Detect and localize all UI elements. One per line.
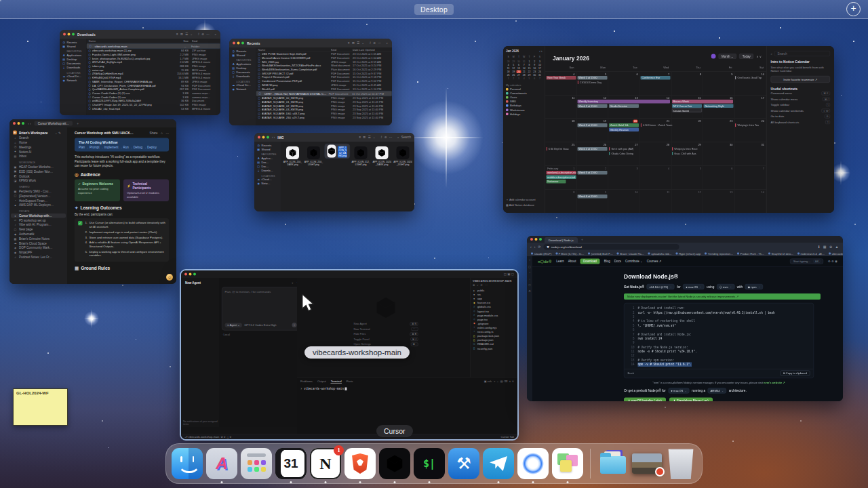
sidebar-item[interactable]: ◪KPMG Work bbox=[9, 178, 67, 183]
calendar-event[interactable]: 4:30 Dinner · Zurich Team bbox=[641, 123, 674, 127]
add-calendar-account[interactable]: ＋ Add calendar account bbox=[506, 198, 536, 202]
mini-day[interactable]: 20 bbox=[516, 70, 521, 74]
bookmark-item[interactable]: F More (6,735) - In… bbox=[555, 252, 584, 256]
mini-day[interactable]: 1 bbox=[506, 77, 511, 81]
terminal-prompt[interactable]: › vibecards-workshop-main bbox=[300, 387, 514, 390]
calendar-event[interactable]: Weekly Reunion bbox=[609, 128, 639, 132]
calendar-event[interactable]: Networking Night bbox=[703, 104, 733, 108]
calendar-event[interactable]: Week 2 at 13:00 bbox=[577, 104, 607, 108]
view-select[interactable]: Month ⌄ bbox=[719, 54, 737, 59]
sidebar-item[interactable]: ▢New page bbox=[9, 227, 67, 232]
calendar-event[interactable]: OneTeam's Grad Trip bbox=[735, 76, 763, 80]
bookmark-item[interactable]: Claude (WCP) bbox=[531, 252, 551, 256]
announcement-banner[interactable]: Make new deployments easier! Get the lat… bbox=[624, 293, 821, 300]
mini-day[interactable]: 6 bbox=[532, 77, 537, 81]
mini-day[interactable]: 7 bbox=[521, 64, 526, 67]
prev-next-buttons[interactable]: ∧ ∨ bbox=[756, 55, 762, 58]
mini-day[interactable]: 28 bbox=[521, 74, 526, 77]
nav-arrows[interactable]: ‹ › bbox=[28, 121, 31, 125]
sidebar-item[interactable]: ▲AWS DAP ML Deploym… bbox=[9, 203, 67, 207]
mini-day[interactable]: 3 bbox=[516, 77, 521, 81]
dock-siri-icon[interactable] bbox=[517, 448, 549, 479]
node-nav-link[interactable]: Blog bbox=[604, 260, 610, 263]
calendar-event[interactable]: Conference Eve bbox=[641, 76, 671, 80]
mini-day[interactable]: 6 bbox=[516, 64, 521, 67]
calendar-event[interactable]: Week 6 at 13:00 bbox=[577, 195, 607, 199]
mini-day[interactable]: 22 bbox=[527, 70, 532, 74]
calendar-event[interactable]: Weekly Inventory bbox=[577, 100, 670, 104]
mini-day[interactable]: 5 bbox=[527, 77, 532, 81]
sidebar-item[interactable]: ▩Brian's Grimoire Notes bbox=[9, 237, 67, 241]
sidebar-item[interactable]: ☁Brian's Cloud Space bbox=[9, 241, 67, 246]
sidebar-item[interactable]: ▤Inbox bbox=[9, 154, 67, 159]
share-button[interactable]: Share bbox=[149, 131, 157, 134]
mini-day[interactable]: 15 bbox=[527, 67, 532, 70]
mini-day[interactable]: 17 bbox=[537, 67, 542, 70]
node-nav-link[interactable]: Learn bbox=[556, 260, 564, 263]
nvm-website-link[interactable]: nvm's website ↗ bbox=[764, 381, 785, 384]
mini-day[interactable]: 30 bbox=[516, 60, 521, 64]
sidebar-item[interactable]: ✦Notion AI bbox=[9, 149, 67, 154]
mini-day[interactable]: 3 bbox=[537, 60, 542, 64]
add-space-button[interactable]: + bbox=[846, 2, 861, 16]
bookmark-item[interactable]: uploads/kv-rdd… bbox=[648, 252, 672, 256]
mini-day[interactable]: 8 bbox=[527, 64, 532, 67]
calendar-event[interactable]: CS1010 Demo Day bbox=[577, 81, 603, 85]
mini-day[interactable]: 25 bbox=[506, 74, 511, 77]
calendar-event[interactable]: Studio Session bbox=[609, 104, 639, 108]
mini-day[interactable]: 27 bbox=[516, 74, 521, 77]
agent-mode-pill[interactable]: ∞ Agent ⌄ bbox=[225, 323, 243, 327]
mini-day[interactable]: 31 bbox=[537, 74, 542, 77]
mini-day[interactable]: 30 bbox=[532, 74, 537, 77]
mini-day[interactable]: 19 bbox=[511, 70, 516, 74]
mini-day[interactable]: 4 bbox=[521, 77, 526, 81]
sidebar-item[interactable]: ♫Podcast Notes: Lex Fr… bbox=[9, 255, 67, 260]
mini-day[interactable]: 29 bbox=[527, 74, 532, 77]
calendar-event[interactable]: Week 4 at 13:00 bbox=[577, 147, 607, 151]
invite-teammate-button[interactable]: Invite favorite teammate ↗ bbox=[771, 76, 831, 83]
sidebar-item[interactable]: ◷Meetings bbox=[9, 145, 67, 150]
agent-input[interactable]: Plan, @ to mention, / for commands ∞ Age… bbox=[222, 287, 300, 331]
os-select[interactable]: ● macOS⌄ bbox=[683, 284, 704, 289]
calendar-event[interactable]: Weiying's Intro Rece bbox=[672, 147, 699, 151]
window-finder-downloads[interactable]: Downloads ≡ ⊞ ☰ ⌄ ⤴ ⊘ ⋯ ⌕ ◷Recents▦Share… bbox=[60, 30, 220, 115]
file-tile[interactable]: APP_ICON_512_DARK.png bbox=[324, 144, 350, 159]
bookmark-item[interactable]: SnapVid UI desi… bbox=[768, 252, 793, 256]
calendar-event[interactable]: Notioneer bbox=[546, 180, 566, 184]
panel-tab[interactable]: Ports bbox=[347, 380, 353, 384]
tree-item[interactable]: {}tsconfig.json bbox=[473, 346, 515, 350]
copy-button[interactable]: ⧉ Copy to clipboard bbox=[780, 370, 810, 375]
mini-day[interactable]: 5 bbox=[511, 64, 516, 67]
mini-day[interactable]: 2 bbox=[511, 77, 516, 81]
search-input[interactable]: Search bbox=[774, 51, 830, 56]
manager-select[interactable]: ⬡ nvm⌄ bbox=[717, 284, 734, 289]
calendar-event[interactable]: NTU Career Fair bbox=[672, 104, 702, 108]
bookmark-item[interactable]: (untitled) Built F… bbox=[588, 252, 613, 256]
node-nav-link[interactable]: Docs bbox=[614, 260, 621, 263]
panel-tab[interactable]: Output bbox=[317, 380, 326, 384]
nav-reload[interactable]: ⟳ bbox=[538, 245, 540, 249]
version-select[interactable]: v24.10.0 (LTS)⌄ bbox=[646, 284, 674, 289]
calendar-event[interactable]: Recess Week bbox=[672, 100, 733, 104]
calendar-event[interactable]: 6:30 Bryt Int Guac bbox=[546, 147, 570, 151]
dock-notion-icon[interactable]: N1 bbox=[310, 448, 341, 479]
sidebar-item[interactable]: ▦Perplexity SMU - Cou… bbox=[9, 189, 67, 194]
sidebar-item[interactable]: ◩Outlook bbox=[9, 174, 67, 178]
file-tile[interactable]: APP_ICON_250_DARK.png bbox=[283, 144, 303, 166]
calendar-event[interactable]: Guac Chill with Aus bbox=[672, 152, 698, 156]
calendar-event[interactable]: Week 5 at 13:00 bbox=[577, 171, 607, 175]
dock-stickies-icon[interactable] bbox=[552, 448, 583, 479]
mini-day[interactable]: 4 bbox=[506, 64, 511, 67]
sidebar-item[interactable]: ▱P5 workshop set up bbox=[9, 218, 67, 223]
mini-day[interactable]: 11 bbox=[506, 67, 511, 70]
sidebar-item[interactable]: ⌂Home bbox=[9, 140, 67, 145]
new-tab-button[interactable]: ＋ bbox=[580, 237, 584, 242]
sidebar-item[interactable]: ▢[Deprecated] Version… bbox=[9, 194, 67, 199]
dock-terminal-icon[interactable]: $| bbox=[414, 448, 445, 479]
dock-xcode-icon[interactable]: ⚒ bbox=[448, 448, 479, 479]
sidebar-item[interactable]: ◆Authematik bbox=[9, 232, 67, 237]
dock-arc-icon[interactable]: A bbox=[206, 448, 237, 479]
sidebar-item[interactable]: ⌕Search bbox=[9, 136, 67, 140]
terminal-actions[interactable]: ▣ zsh ＋ ⌄ ▤ ⌫ ∧ ✕ bbox=[484, 380, 514, 384]
panel-tab[interactable]: Problems bbox=[300, 380, 313, 384]
